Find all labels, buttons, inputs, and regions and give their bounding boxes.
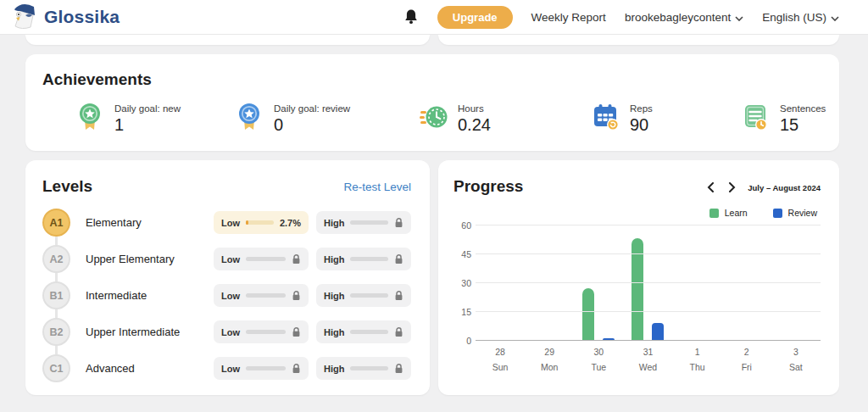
gridline xyxy=(476,311,821,312)
x-tick-label: 30Tue xyxy=(574,347,623,372)
level-row: A2 Upper Elementary Low High xyxy=(42,241,411,277)
bar-review xyxy=(603,338,615,340)
progress-title: Progress xyxy=(453,177,523,196)
slider-value: 2.7% xyxy=(280,218,301,228)
level-high-slider: High xyxy=(316,211,411,234)
gridline xyxy=(476,282,821,283)
level-row: A1 Elementary Low 2.7% High xyxy=(42,204,411,241)
slider-label: Low xyxy=(221,327,240,337)
lock-icon xyxy=(292,290,301,301)
slider-label: High xyxy=(324,218,344,228)
level-high-slider: High xyxy=(316,248,411,270)
legend-label: Review xyxy=(788,208,817,218)
level-name: Intermediate xyxy=(86,289,214,302)
x-tick-label: 3Sat xyxy=(771,347,821,372)
dashboard-page: Achievements Daily goal: new 1 xyxy=(0,35,868,395)
stat-daily-goal-new: Daily goal: new 1 xyxy=(76,102,236,135)
chart-x-axis: 28Sun29Mon30Tue31Wed1Thu2Fri3Sat xyxy=(476,347,821,372)
logo-wordmark: Glossika xyxy=(44,7,120,27)
gridline xyxy=(476,225,821,225)
period-navigation: July – August 2024 xyxy=(705,181,821,194)
stat-label: Daily goal: review xyxy=(274,103,350,114)
lock-icon xyxy=(292,326,301,337)
level-low-slider[interactable]: Low 2.7% xyxy=(214,211,309,234)
level-high-slider: High xyxy=(316,284,411,307)
level-low-slider: Low xyxy=(214,320,309,343)
slider-track xyxy=(350,293,388,298)
level-name: Upper Intermediate xyxy=(86,326,214,338)
progress-card: Progress July – August 2024 Learn xyxy=(438,160,839,395)
chevron-down-icon xyxy=(831,11,839,24)
lock-icon xyxy=(394,363,403,374)
x-tick-label: 31Wed xyxy=(623,347,672,372)
bar-review xyxy=(652,323,664,340)
slider-fill xyxy=(246,220,248,225)
review-swatch xyxy=(773,209,782,218)
retest-level-link[interactable]: Re-test Level xyxy=(343,181,411,193)
stat-label: Hours xyxy=(458,103,491,114)
medal-star-blue-icon xyxy=(236,102,263,132)
slider-label: High xyxy=(324,254,344,264)
slider-label: Low xyxy=(221,364,240,374)
lock-icon xyxy=(394,217,403,228)
account-dropdown[interactable]: brookebagleycontent xyxy=(625,11,743,24)
card-bottom-stub-left xyxy=(25,35,430,45)
y-tick-label: 60 xyxy=(461,220,471,231)
slider-label: Low xyxy=(221,218,240,228)
chart-plot xyxy=(476,225,821,341)
gridline xyxy=(476,253,821,254)
slider-track xyxy=(350,257,388,261)
level-badge: B2 xyxy=(42,318,70,346)
upgrade-button[interactable]: Upgrade xyxy=(437,6,513,29)
language-name: English (US) xyxy=(762,11,826,24)
chart-legend: Learn Review xyxy=(453,208,817,218)
x-tick-label: 1Thu xyxy=(673,347,722,372)
lock-icon xyxy=(394,253,403,264)
y-tick-label: 0 xyxy=(466,336,471,346)
level-low-slider: Low xyxy=(214,357,309,380)
stat-value: 15 xyxy=(780,115,826,135)
level-name: Advanced xyxy=(86,362,214,375)
slider-label: High xyxy=(324,291,344,301)
stat-value: 90 xyxy=(630,115,653,135)
achievements-stats: Daily goal: new 1 Daily goal: review 0 xyxy=(42,102,822,135)
weekly-report-link[interactable]: Weekly Report xyxy=(531,11,606,24)
chevron-left-icon[interactable] xyxy=(705,181,716,194)
y-tick-label: 45 xyxy=(461,249,471,259)
account-name: brookebagleycontent xyxy=(625,11,731,24)
stat-daily-goal-review: Daily goal: review 0 xyxy=(236,102,420,135)
level-high-slider: High xyxy=(316,320,411,343)
stat-label: Reps xyxy=(630,103,653,114)
notification-bell-icon[interactable] xyxy=(403,8,419,25)
calendar-repeat-icon xyxy=(592,102,619,132)
lock-icon xyxy=(292,253,301,264)
x-tick-label: 28Sun xyxy=(476,347,525,372)
language-dropdown[interactable]: English (US) xyxy=(762,11,839,24)
period-label: July – August 2024 xyxy=(748,183,821,192)
owl-logo-icon xyxy=(8,2,39,32)
bar-learn xyxy=(582,288,594,340)
slider-label: High xyxy=(324,364,344,374)
stat-value: 0 xyxy=(274,115,350,135)
x-tick-label: 29Mon xyxy=(525,347,574,372)
medal-star-green-icon xyxy=(76,102,103,132)
level-row: B1 Intermediate Low High xyxy=(42,277,411,314)
lock-icon xyxy=(292,363,301,374)
top-nav: Glossika Upgrade Weekly Report brookebag… xyxy=(0,0,868,35)
y-tick-label: 15 xyxy=(461,307,471,317)
chevron-right-icon[interactable] xyxy=(726,181,737,194)
slider-track xyxy=(246,293,286,298)
progress-bar-chart: 015304560 xyxy=(453,225,821,341)
level-badge: A2 xyxy=(42,245,70,273)
chevron-down-icon xyxy=(735,11,743,24)
level-high-slider: High xyxy=(316,357,411,380)
glossika-logo[interactable]: Glossika xyxy=(8,2,120,32)
stat-sentences: Sentences 15 xyxy=(742,102,826,135)
stat-label: Daily goal: new xyxy=(114,103,181,114)
legend-label: Learn xyxy=(725,208,748,218)
level-row: C1 Advanced Low High xyxy=(42,350,411,387)
slider-track xyxy=(246,366,286,370)
levels-list: A1 Elementary Low 2.7% High A2 Upper Ele… xyxy=(42,204,411,387)
slider-track xyxy=(350,220,388,225)
clock-speed-icon xyxy=(420,102,447,132)
